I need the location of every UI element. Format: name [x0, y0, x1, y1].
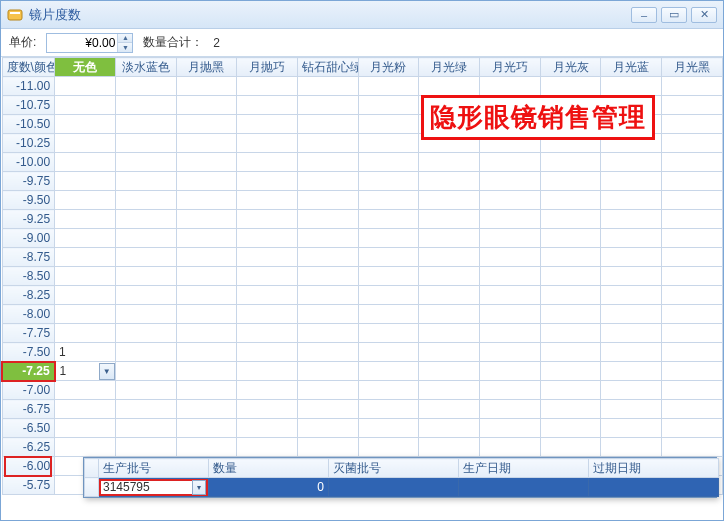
row-header[interactable]: -7.25: [2, 362, 55, 381]
column-header[interactable]: 月抛巧: [237, 58, 298, 77]
grid-cell[interactable]: [662, 305, 723, 324]
grid-cell[interactable]: [176, 267, 237, 286]
grid-cell[interactable]: [601, 77, 662, 96]
grid-cell[interactable]: [297, 381, 358, 400]
grid-cell[interactable]: [176, 362, 237, 381]
grid-cell[interactable]: [419, 172, 480, 191]
grid-cell[interactable]: [237, 153, 298, 172]
row-header[interactable]: -7.50: [2, 343, 55, 362]
grid-cell[interactable]: [176, 419, 237, 438]
grid-cell[interactable]: [358, 324, 419, 343]
grid-cell[interactable]: [662, 96, 723, 115]
grid-cell[interactable]: [480, 381, 541, 400]
column-header[interactable]: 月光粉: [358, 58, 419, 77]
grid-cell[interactable]: [540, 419, 601, 438]
grid-cell[interactable]: [55, 96, 116, 115]
column-header[interactable]: 钻石甜心绿: [297, 58, 358, 77]
grid-cell[interactable]: [480, 438, 541, 457]
grid-cell[interactable]: [540, 153, 601, 172]
grid-cell[interactable]: [115, 362, 176, 381]
batch-lot-dropdown-button[interactable]: ▾: [192, 480, 206, 495]
grid-cell[interactable]: [540, 229, 601, 248]
grid-cell[interactable]: 1▼: [55, 362, 116, 381]
grid-cell[interactable]: [358, 153, 419, 172]
grid-cell[interactable]: [55, 267, 116, 286]
grid-cell[interactable]: [176, 438, 237, 457]
grid-cell[interactable]: [176, 248, 237, 267]
grid-cell[interactable]: [115, 96, 176, 115]
grid-cell[interactable]: [601, 191, 662, 210]
grid-cell[interactable]: [176, 115, 237, 134]
grid-cell[interactable]: [662, 381, 723, 400]
grid-cell[interactable]: [601, 210, 662, 229]
grid-cell[interactable]: [237, 381, 298, 400]
grid-cell[interactable]: [662, 115, 723, 134]
grid-cell[interactable]: [115, 191, 176, 210]
grid-cell[interactable]: [662, 324, 723, 343]
grid-cell[interactable]: [115, 286, 176, 305]
grid-cell[interactable]: [358, 77, 419, 96]
grid-cell[interactable]: [55, 153, 116, 172]
grid-cell[interactable]: [419, 362, 480, 381]
grid-cell[interactable]: [115, 77, 176, 96]
grid-cell[interactable]: [176, 286, 237, 305]
batch-cell-mfg[interactable]: [459, 478, 589, 497]
grid-cell[interactable]: [419, 381, 480, 400]
grid-cell[interactable]: [662, 134, 723, 153]
grid-cell[interactable]: [237, 286, 298, 305]
grid-cell[interactable]: [358, 115, 419, 134]
grid-cell[interactable]: [601, 400, 662, 419]
grid-cell[interactable]: [419, 419, 480, 438]
grid-cell[interactable]: [115, 115, 176, 134]
grid-cell[interactable]: [55, 172, 116, 191]
grid-cell[interactable]: [419, 324, 480, 343]
column-header[interactable]: 月光灰: [540, 58, 601, 77]
batch-row-marker[interactable]: [85, 478, 99, 497]
grid-cell[interactable]: [297, 210, 358, 229]
grid-cell[interactable]: [358, 96, 419, 115]
grid-cell[interactable]: [480, 229, 541, 248]
batch-cell-exp[interactable]: [589, 478, 719, 497]
grid-cell[interactable]: [176, 324, 237, 343]
minimize-button[interactable]: –: [631, 7, 657, 23]
grid-cell[interactable]: [480, 286, 541, 305]
grid-cell[interactable]: [55, 286, 116, 305]
grid-cell[interactable]: [358, 343, 419, 362]
grid-cell[interactable]: [480, 400, 541, 419]
grid-cell[interactable]: [237, 419, 298, 438]
grid-cell[interactable]: [540, 191, 601, 210]
grid-cell[interactable]: [540, 381, 601, 400]
grid-cell[interactable]: [237, 400, 298, 419]
grid-cell[interactable]: [297, 153, 358, 172]
grid-cell[interactable]: [662, 438, 723, 457]
grid-cell[interactable]: [176, 343, 237, 362]
grid-cell[interactable]: [662, 191, 723, 210]
grid-cell[interactable]: [419, 77, 480, 96]
grid-cell[interactable]: [115, 229, 176, 248]
row-header[interactable]: -6.25: [2, 438, 55, 457]
grid-cell[interactable]: [540, 400, 601, 419]
grid-cell[interactable]: [662, 77, 723, 96]
grid-cell[interactable]: [358, 381, 419, 400]
grid-cell[interactable]: [480, 77, 541, 96]
grid-cell[interactable]: [55, 381, 116, 400]
grid-cell[interactable]: [176, 134, 237, 153]
grid-cell[interactable]: [297, 419, 358, 438]
grid-cell[interactable]: [419, 248, 480, 267]
grid-cell[interactable]: 1: [55, 343, 116, 362]
grid-cell[interactable]: [480, 153, 541, 172]
grid-cell[interactable]: [297, 191, 358, 210]
row-header[interactable]: -8.75: [2, 248, 55, 267]
grid-cell[interactable]: [358, 362, 419, 381]
grid-cell[interactable]: [601, 343, 662, 362]
grid-cell[interactable]: [115, 381, 176, 400]
batch-grid[interactable]: 生产批号数量灭菌批号生产日期过期日期3145795▾0: [84, 458, 719, 497]
grid-cell[interactable]: [419, 267, 480, 286]
grid-cell[interactable]: [237, 267, 298, 286]
grid-cell[interactable]: [540, 248, 601, 267]
grid-cell[interactable]: [662, 267, 723, 286]
grid-cell[interactable]: [115, 438, 176, 457]
grid-cell[interactable]: [55, 248, 116, 267]
row-header[interactable]: -9.50: [2, 191, 55, 210]
grid-cell[interactable]: [358, 210, 419, 229]
